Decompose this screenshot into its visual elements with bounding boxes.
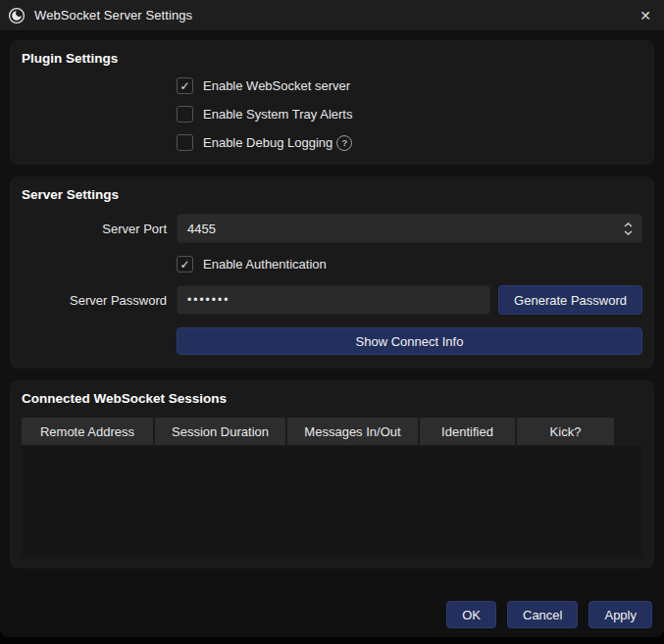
check-icon: ✓ [179,79,189,91]
system-tray-alerts-label: Enable System Tray Alerts [203,107,352,122]
generate-password-button[interactable]: Generate Password [498,285,642,315]
cancel-button[interactable]: Cancel [507,601,578,628]
spinbox-arrows[interactable] [624,215,633,242]
sessions-heading: Connected WebSocket Sessions [22,391,642,406]
server-password-row: Server Password ••••••• Generate Passwor… [22,285,642,315]
debug-logging-text: Enable Debug Logging [203,135,332,150]
debug-logging-row: Enable Debug Logging ? [22,134,642,151]
server-port-label: Server Port [22,222,177,236]
server-port-row: Server Port 4455 [22,214,642,243]
col-remote-address[interactable]: Remote Address [22,418,153,445]
dialog-content: Plugin Settings ✓ Enable WebSocket serve… [0,31,664,588]
sessions-section: Connected WebSocket Sessions Remote Addr… [10,380,654,569]
enable-auth-row: ✓ Enable Authentication [22,256,642,272]
col-session-duration[interactable]: Session Duration [155,418,285,445]
plugin-settings-section: Plugin Settings ✓ Enable WebSocket serve… [10,40,654,165]
close-icon[interactable]: ✕ [627,7,664,25]
chevron-down-icon [624,230,633,235]
server-password-label: Server Password [22,293,177,308]
col-messages-in-out[interactable]: Messages In/Out [287,418,418,445]
show-connect-info-row: Show Connect Info [22,327,642,355]
sessions-table-header: Remote Address Session Duration Messages… [22,418,642,445]
plugin-settings-heading: Plugin Settings [22,51,642,66]
window-title: WebSocket Server Settings [34,8,192,23]
enable-websocket-row: ✓ Enable WebSocket server [22,77,642,94]
system-tray-alerts-checkbox[interactable] [177,106,193,123]
ok-button[interactable]: OK [446,601,496,628]
system-tray-alerts-row: Enable System Tray Alerts [22,106,642,123]
password-dots: ••••••• [187,293,230,307]
col-kick[interactable]: Kick? [517,418,614,445]
apply-button[interactable]: Apply [588,601,652,628]
server-settings-heading: Server Settings [22,187,642,202]
obs-logo-icon [8,7,26,25]
server-port-value: 4455 [187,222,216,236]
debug-logging-checkbox[interactable] [177,134,193,151]
sessions-table-body [22,446,642,557]
chevron-up-icon [624,223,633,227]
col-identified[interactable]: Identified [420,418,515,445]
dialog-footer: OK Cancel Apply [0,588,664,637]
help-icon[interactable]: ? [336,135,352,151]
show-connect-info-button[interactable]: Show Connect Info [177,327,642,355]
titlebar: WebSocket Server Settings ✕ [0,0,664,31]
enable-websocket-label: Enable WebSocket server [203,78,350,93]
server-password-input[interactable]: ••••••• [177,285,490,315]
enable-websocket-checkbox[interactable]: ✓ [177,77,193,94]
debug-logging-label: Enable Debug Logging ? [203,135,352,151]
server-settings-section: Server Settings Server Port 4455 [10,176,654,369]
check-icon: ✓ [179,258,189,270]
server-port-input[interactable]: 4455 [177,214,642,243]
websocket-settings-dialog: WebSocket Server Settings ✕ Plugin Setti… [0,0,664,637]
enable-auth-label: Enable Authentication [203,257,327,272]
enable-auth-checkbox[interactable]: ✓ [177,256,193,272]
